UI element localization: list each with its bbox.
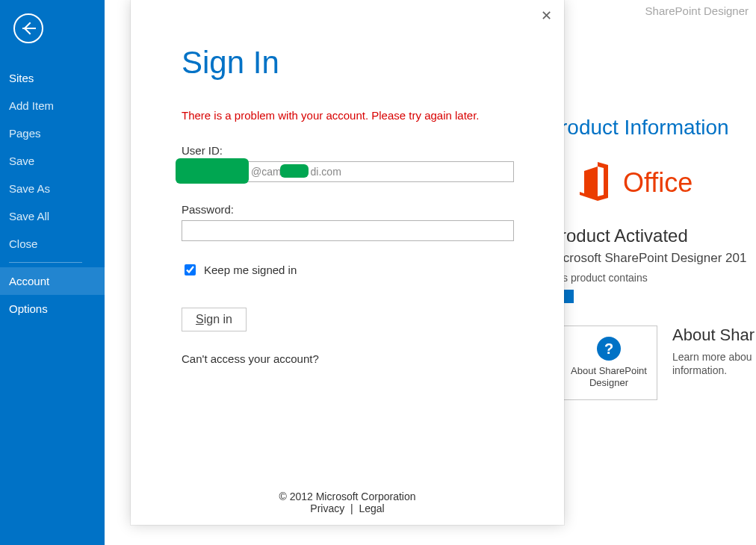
product-name: icrosoft SharePoint Designer 201	[560, 251, 756, 266]
about-heading: About Shar	[672, 326, 755, 345]
nav-item-options[interactable]: Options	[0, 295, 105, 323]
product-info-title: roduct Information	[560, 116, 756, 140]
signin-dialog: ✕ Sign In There is a problem with your a…	[131, 0, 564, 525]
nav-item-pages[interactable]: Pages	[0, 119, 105, 147]
nav-item-close[interactable]: Close	[0, 230, 105, 258]
signin-button[interactable]: Sign in	[182, 308, 247, 331]
password-input[interactable]	[182, 220, 514, 241]
keep-signed-in[interactable]: Keep me signed in	[182, 262, 513, 278]
backstage-sidebar: Sites Add Item Pages Save Save As Save A…	[0, 0, 105, 545]
product-contains-label: is product contains	[560, 272, 756, 284]
nav-item-save-as[interactable]: Save As	[0, 175, 105, 202]
keep-signed-in-label: Keep me signed in	[204, 264, 297, 276]
office-wordmark: Office	[623, 167, 693, 199]
cant-access-link[interactable]: Can't access your account?	[182, 352, 513, 365]
about-desc-line1: Learn more abou	[672, 351, 755, 363]
question-icon: ?	[597, 337, 621, 361]
office-logo: Office	[575, 162, 756, 203]
error-message: There is a problem with your account. Pl…	[182, 109, 513, 122]
about-desc-line2: information.	[672, 364, 755, 376]
nav-item-account[interactable]: Account	[0, 267, 105, 295]
nav-item-save[interactable]: Save	[0, 147, 105, 175]
redaction-block	[176, 158, 249, 184]
office-icon	[575, 162, 611, 203]
nav-list: Sites Add Item Pages Save Save As Save A…	[0, 64, 105, 323]
nav-item-sites[interactable]: Sites	[0, 64, 105, 92]
nav-item-add-item[interactable]: Add Item	[0, 92, 105, 119]
about-row: ? About SharePoint Designer About Shar L…	[560, 326, 756, 400]
copyright: © 2012 Microsoft Corporation	[131, 490, 564, 502]
product-activated-heading: roduct Activated	[560, 225, 756, 246]
product-info-panel: roduct Information Office roduct Activat…	[560, 116, 756, 400]
about-box-label: About SharePoint Designer	[566, 365, 652, 388]
privacy-link[interactable]: Privacy	[310, 502, 344, 514]
about-text: About Shar Learn more abou information.	[672, 326, 755, 376]
about-sharepoint-button[interactable]: ? About SharePoint Designer	[560, 326, 657, 400]
redaction-block	[280, 164, 309, 178]
dialog-footer: © 2012 Microsoft Corporation Privacy | L…	[131, 490, 564, 514]
password-label: Password:	[182, 203, 513, 216]
app-name: SharePoint Designer	[645, 4, 749, 17]
back-button[interactable]	[13, 13, 43, 43]
keep-signed-in-checkbox[interactable]	[185, 264, 196, 275]
legal-link[interactable]: Legal	[359, 502, 384, 514]
close-icon[interactable]: ✕	[538, 6, 555, 25]
signin-title: Sign In	[182, 45, 513, 81]
nav-separator	[9, 262, 82, 263]
userid-label: User ID:	[182, 144, 513, 157]
nav-item-save-all[interactable]: Save All	[0, 202, 105, 230]
